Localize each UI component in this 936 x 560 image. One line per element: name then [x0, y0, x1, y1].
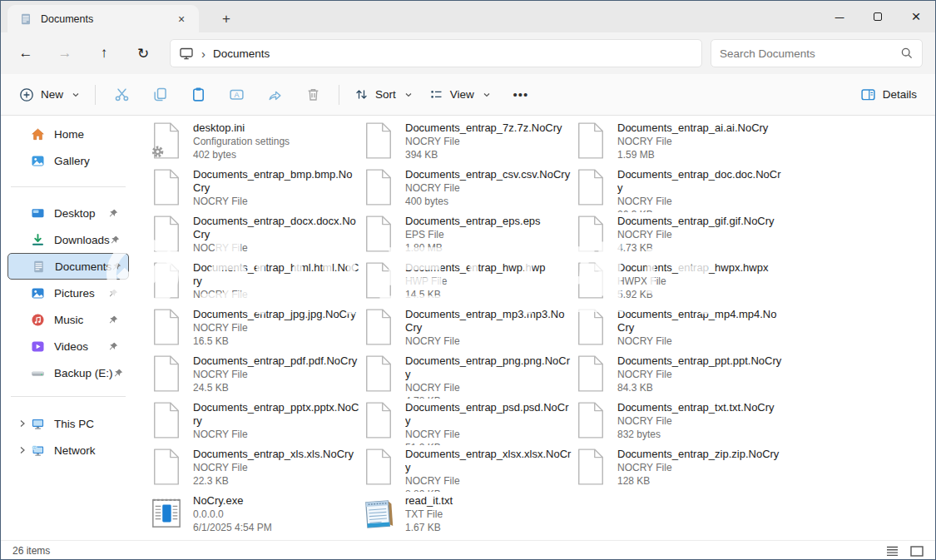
search-box — [711, 39, 923, 67]
rename-button[interactable]: A — [220, 80, 252, 110]
file-tile[interactable]: Documents_entrap_bmp.bmp.NoCryNOCRY File — [151, 166, 363, 212]
file-size: 24.5 KB — [193, 381, 359, 394]
large-icons-view-toggle-icon[interactable] — [910, 546, 924, 557]
file-tile[interactable]: read_it.txtTXT File1.67 KB — [363, 492, 575, 538]
file-size: 400 bytes — [405, 195, 572, 208]
sort-icon — [354, 87, 369, 102]
file-tile[interactable]: Documents_entrap_hwp.hwpHWP File14.5 KB — [363, 259, 575, 305]
sidebar-top-section: HomeGallery — [1, 121, 136, 174]
back-button[interactable]: ← — [12, 39, 40, 67]
file-tile[interactable]: NoCry.exe0.0.0.06/1/2025 4:54 PM — [151, 492, 363, 538]
expand-chevron-icon[interactable] — [14, 419, 31, 429]
sidebar-item-gallery[interactable]: Gallery — [7, 147, 129, 174]
file-tile[interactable]: Documents_entrap_hwpx.hwpxHWPX File5.92 … — [575, 259, 787, 305]
file-size: 4.73 KB — [617, 241, 784, 255]
home-icon — [31, 127, 45, 141]
sidebar-item-this-pc[interactable]: This PC — [7, 410, 129, 437]
sidebar-item-videos[interactable]: Videos — [7, 333, 129, 359]
file-tile[interactable]: Documents_entrap_gif.gif.NoCryNOCRY File… — [575, 212, 787, 259]
file-name: Documents_entrap_ai.ai.NoCry — [617, 121, 784, 135]
file-tile[interactable]: Documents_entrap_pdf.pdf.NoCryNOCRY File… — [151, 352, 363, 399]
file-tile[interactable]: Documents_entrap_xlsx.xlsx.NoCryNOCRY Fi… — [363, 445, 575, 492]
list-view-toggle-icon[interactable] — [886, 546, 899, 557]
sidebar-item-label: Documents — [55, 260, 111, 273]
file-size: 1.59 MB — [617, 148, 784, 161]
more-options-button[interactable]: ••• — [503, 80, 539, 110]
details-pane-button[interactable]: Details — [860, 87, 917, 102]
sidebar-item-documents[interactable]: Documents — [7, 253, 129, 280]
close-button[interactable]: × — [897, 1, 935, 32]
file-icon — [363, 354, 394, 393]
sidebar-item-network[interactable]: Network — [7, 437, 129, 463]
paste-button[interactable] — [182, 80, 214, 110]
file-name: Documents_entrap_hwp.hwp — [405, 261, 572, 275]
file-tile-text: Documents_entrap_pdf.pdf.NoCryNOCRY File… — [193, 354, 359, 399]
file-tile[interactable]: Documents_entrap_ppt.ppt.NoCryNOCRY File… — [575, 352, 787, 399]
file-size: 128 KB — [617, 474, 784, 488]
maximize-button[interactable] — [859, 1, 897, 32]
search-icon[interactable] — [900, 47, 914, 60]
new-button[interactable]: New — [11, 80, 88, 110]
file-tile[interactable]: Documents_entrap_pptx.pptx.NoCryNOCRY Fi… — [151, 399, 363, 445]
file-tile[interactable]: Documents_entrap_jpg.jpg.NoCryNOCRY File… — [151, 305, 363, 352]
forward-button[interactable]: → — [51, 39, 79, 67]
pin-icon — [108, 208, 119, 219]
file-type: HWP File — [405, 275, 572, 288]
file-tile[interactable]: Documents_entrap_html.html.NoCryNOCRY Fi… — [151, 259, 363, 305]
expand-chevron-icon[interactable] — [14, 445, 31, 455]
copy-button[interactable] — [144, 80, 176, 110]
file-size: 394 KB — [405, 148, 572, 161]
search-input[interactable] — [720, 47, 900, 60]
file-tile[interactable]: Documents_entrap_xls.xls.NoCryNOCRY File… — [151, 445, 363, 492]
breadcrumb[interactable]: Documents — [213, 47, 270, 60]
file-tile[interactable]: Documents_entrap_txt.txt.NoCryNOCRY File… — [575, 399, 787, 445]
file-tile-text: Documents_entrap_csv.csv.NoCryNOCRY File… — [405, 168, 572, 212]
file-tile[interactable]: Documents_entrap_csv.csv.NoCryNOCRY File… — [363, 166, 575, 212]
sort-button[interactable]: Sort — [346, 80, 421, 110]
sidebar-item-music[interactable]: Music — [7, 306, 129, 333]
new-tab-button[interactable]: + — [215, 8, 237, 30]
file-tile[interactable]: Documents_entrap_zip.zip.NoCryNOCRY File… — [575, 445, 787, 492]
file-tile[interactable]: Documents_entrap_mp3.mp3.NoCryNOCRY File — [363, 305, 575, 352]
file-tile[interactable]: Documents_entrap_7z.7z.NoCryNOCRY File39… — [363, 119, 575, 166]
file-type: NOCRY File — [193, 241, 359, 255]
items-count: 26 items — [12, 545, 50, 557]
file-tile[interactable]: Documents_entrap_doc.doc.NoCryNOCRY File… — [575, 166, 787, 212]
file-name: Documents_entrap_zip.zip.NoCry — [617, 448, 784, 461]
file-type: NOCRY File — [617, 368, 784, 381]
sidebar-item-pictures[interactable]: Pictures — [7, 280, 129, 306]
sidebar-item-downloads[interactable]: Downloads — [7, 226, 129, 253]
share-button[interactable] — [259, 80, 290, 110]
delete-button[interactable] — [297, 80, 329, 110]
file-tile[interactable]: Documents_entrap_ai.ai.NoCryNOCRY File1.… — [575, 119, 787, 166]
file-tile[interactable]: Documents_entrap_png.png.NoCryNOCRY File… — [363, 352, 575, 399]
file-type: NOCRY File — [617, 335, 784, 348]
minimize-button[interactable]: ─ — [820, 1, 859, 32]
tab-close-icon[interactable]: × — [172, 10, 191, 28]
file-size: 14.5 KB — [405, 288, 572, 301]
sidebar-item-backup-e[interactable]: Backup (E:) — [7, 359, 129, 386]
explorer-tab[interactable]: Documents × — [7, 5, 199, 32]
file-tile[interactable]: Documents_entrap_psd.psd.NoCryNOCRY File… — [363, 399, 575, 445]
sidebar-item-home[interactable]: Home — [7, 121, 129, 147]
file-name: Documents_entrap_7z.7z.NoCry — [405, 121, 572, 135]
address-bar[interactable]: › Documents — [170, 39, 702, 67]
videos-icon — [31, 339, 45, 354]
refresh-button[interactable]: ↻ — [129, 39, 157, 67]
up-button[interactable]: ↑ — [90, 39, 118, 67]
file-tile-text: read_it.txtTXT File1.67 KB — [405, 494, 572, 538]
sidebar-item-desktop[interactable]: Desktop — [7, 200, 129, 226]
file-tile-text: NoCry.exe0.0.0.06/1/2025 4:54 PM — [193, 494, 359, 538]
file-tile-text: Documents_entrap_docx.docx.NoCryNOCRY Fi… — [193, 215, 359, 259]
pin-icon — [110, 235, 121, 245]
file-size: 1.80 MB — [405, 241, 572, 255]
file-tile-text: Documents_entrap_eps.epsEPS File1.80 MB — [405, 215, 572, 259]
file-tile[interactable]: Documents_entrap_eps.epsEPS File1.80 MB — [363, 212, 575, 259]
file-tile[interactable]: desktop.iniConfiguration settings402 byt… — [151, 119, 363, 166]
view-button[interactable]: View — [421, 80, 499, 110]
cut-button[interactable] — [106, 80, 137, 110]
file-tile[interactable]: Documents_entrap_docx.docx.NoCryNOCRY Fi… — [151, 212, 363, 259]
file-size: 22.3 KB — [193, 474, 359, 488]
file-icon — [575, 354, 607, 393]
file-tile[interactable]: Documents_entrap_mp4.mp4.NoCryNOCRY File — [575, 305, 787, 352]
